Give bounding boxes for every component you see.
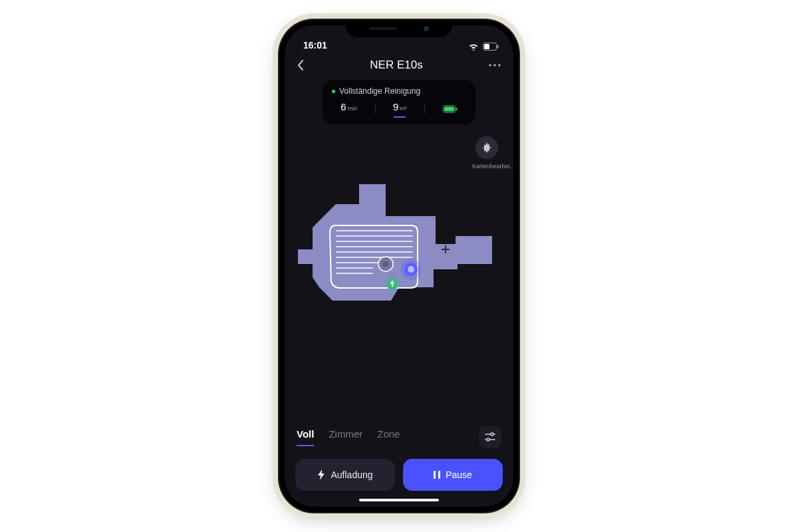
cleaning-status-card[interactable]: Vollständige Reinigung 6 min 9 m² (323, 80, 475, 124)
tab-room[interactable]: Zimmer (329, 428, 362, 446)
app-nav-bar: NER E10s (285, 52, 513, 76)
pause-button[interactable]: Pause (403, 459, 503, 491)
robot-battery-icon (443, 105, 458, 113)
svg-point-21 (487, 438, 489, 441)
wifi-icon (468, 43, 479, 51)
svg-rect-11 (383, 261, 388, 267)
screen: 16:01 NER E10s Vollständige Re (285, 25, 513, 507)
tab-full[interactable]: Voll (297, 428, 314, 446)
svg-rect-2 (497, 45, 499, 49)
svg-point-17 (408, 266, 414, 273)
charge-label: Aufladung (331, 469, 372, 480)
svg-rect-1 (484, 44, 489, 49)
settings-button[interactable] (479, 426, 501, 448)
svg-rect-23 (438, 471, 440, 479)
cleaning-mode-label: Vollständige Reinigung (339, 86, 420, 96)
robot-position-icon (400, 259, 422, 280)
svg-rect-7 (444, 106, 454, 111)
svg-point-5 (498, 64, 500, 66)
svg-point-20 (491, 433, 493, 436)
bolt-icon (317, 469, 325, 480)
svg-rect-22 (434, 471, 436, 479)
tab-zone[interactable]: Zone (377, 428, 400, 446)
svg-rect-9 (298, 249, 314, 264)
dock-icon (386, 278, 398, 290)
area-metric[interactable]: 9 m² (393, 101, 407, 116)
charge-button[interactable]: Aufladung (295, 459, 395, 491)
phone-frame: 16:01 NER E10s Vollständige Re (279, 20, 519, 512)
svg-point-3 (489, 64, 491, 66)
mode-tabs: Voll Zimmer Zone (285, 426, 513, 451)
svg-point-4 (493, 64, 495, 66)
svg-rect-8 (456, 108, 457, 110)
more-button[interactable] (488, 63, 501, 67)
battery-icon (483, 43, 499, 51)
time-metric[interactable]: 6 min (340, 101, 357, 116)
action-buttons: Aufladung Pause (285, 451, 513, 496)
phone-notch (346, 20, 452, 37)
back-button[interactable] (297, 59, 305, 71)
status-dot-icon (332, 90, 335, 93)
floor-map[interactable] (293, 164, 505, 364)
pause-label: Pause (446, 469, 472, 480)
home-indicator[interactable] (359, 499, 439, 501)
map-area[interactable]: Kartenbearbei… (285, 124, 513, 426)
clock: 16:01 (303, 40, 327, 51)
page-title: NER E10s (370, 59, 422, 72)
pause-icon (434, 471, 440, 479)
